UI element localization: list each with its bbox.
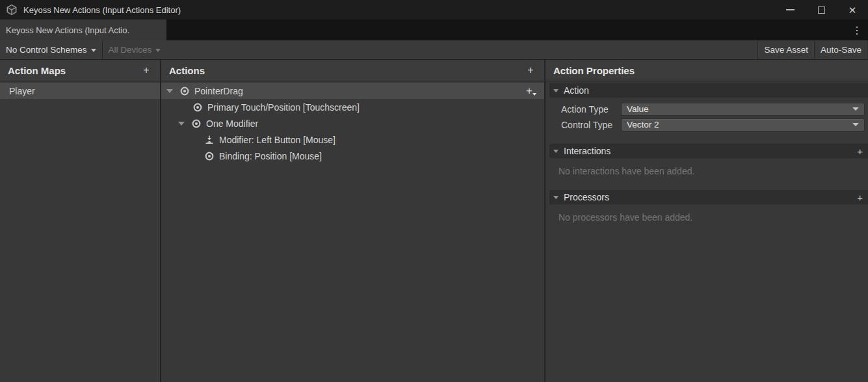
action-type-row: Action Type Value	[546, 102, 868, 116]
auto-save-label: Auto-Save	[821, 45, 861, 55]
window-title: Keyoss New Actions (Input Actions Editor…	[23, 5, 181, 15]
add-action-button[interactable]: +	[523, 64, 538, 76]
action-type-dropdown[interactable]: Value	[621, 103, 865, 116]
action-maps-header: Action Maps +	[0, 60, 160, 81]
control-schemes-label: No Control Schemes	[6, 45, 87, 55]
action-maps-title: Action Maps	[8, 65, 66, 76]
tree-row-pointerdrag[interactable]: PointerDrag +	[161, 83, 544, 99]
add-action-map-button[interactable]: +	[139, 64, 153, 76]
tree-row-modifier[interactable]: Modifier: Left Button [Mouse]	[161, 131, 544, 148]
tree-row-primary-touch[interactable]: Primary Touch/Position [Touchscreen]	[161, 99, 544, 115]
dropdown-arrow-icon	[852, 107, 859, 111]
action-properties-header: Action Properties	[546, 60, 868, 81]
pane-menu-button[interactable]: ⋮	[846, 20, 868, 40]
processors-section-foldout[interactable]: Processors +	[549, 190, 868, 204]
action-properties-body: Action Action Type Value Control Type Ve…	[546, 81, 868, 223]
dropdown-arrow-icon	[852, 123, 859, 126]
action-properties-title: Action Properties	[553, 65, 635, 76]
save-asset-button[interactable]: Save Asset	[758, 40, 814, 59]
chevron-down-icon	[155, 49, 161, 52]
control-schemes-dropdown[interactable]: No Control Schemes	[0, 40, 102, 59]
minimize-button[interactable]	[774, 0, 806, 20]
action-circle-icon	[191, 118, 202, 129]
auto-save-button[interactable]: Auto-Save	[815, 40, 867, 59]
tab-label: Keyoss New Actions (Input Actio.	[6, 25, 129, 35]
expander-down-icon[interactable]	[166, 89, 173, 93]
devices-dropdown[interactable]: All Devices	[103, 40, 167, 59]
control-type-value: Vector 2	[627, 120, 659, 130]
control-type-row: Control Type Vector 2	[546, 118, 868, 131]
action-map-label: Player	[9, 86, 35, 96]
maximize-icon	[818, 7, 825, 14]
action-maps-list: Player	[0, 81, 160, 99]
actions-panel: Actions + PointerDrag + Primary Touch/Po…	[161, 60, 546, 382]
kebab-icon: ⋮	[852, 24, 862, 36]
action-properties-panel: Action Properties Action Action Type Val…	[546, 60, 868, 382]
add-binding-button[interactable]: +	[526, 85, 536, 96]
expander-down-icon[interactable]	[178, 122, 185, 126]
unity-logo-icon	[6, 4, 18, 16]
save-asset-label: Save Asset	[764, 45, 808, 55]
tree-row-label: One Modifier	[206, 118, 258, 129]
action-maps-panel: Action Maps + Player	[0, 60, 161, 382]
action-circle-icon	[204, 151, 215, 161]
tree-row-one-modifier[interactable]: One Modifier	[161, 115, 544, 131]
control-type-label: Control Type	[546, 120, 621, 130]
expander-down-icon[interactable]	[553, 89, 559, 92]
tree-row-label: Primary Touch/Position [Touchscreen]	[207, 102, 360, 113]
minimize-icon	[786, 9, 795, 10]
action-section-title: Action	[564, 85, 589, 96]
interactions-empty-text: No interactions have been added.	[559, 166, 868, 176]
action-type-label: Action Type	[546, 104, 621, 115]
add-interaction-button[interactable]: +	[857, 146, 863, 157]
maximize-button[interactable]	[806, 0, 837, 20]
action-circle-icon	[179, 86, 190, 96]
tab-input-actions-editor[interactable]: Keyoss New Actions (Input Actio.	[0, 20, 166, 40]
devices-label: All Devices	[109, 45, 152, 55]
add-processor-button[interactable]: +	[857, 192, 863, 203]
toolbar: No Control Schemes All Devices Save Asse…	[0, 40, 868, 60]
chevron-down-icon	[91, 49, 96, 52]
actions-tree: PointerDrag + Primary Touch/Position [To…	[161, 81, 544, 164]
close-icon: ✕	[848, 5, 857, 15]
interactions-section-foldout[interactable]: Interactions +	[549, 144, 868, 158]
window-controls: ✕	[774, 0, 868, 20]
action-section-foldout[interactable]: Action	[549, 83, 868, 98]
actions-title: Actions	[169, 65, 205, 76]
control-type-dropdown[interactable]: Vector 2	[621, 118, 865, 131]
expander-down-icon[interactable]	[553, 150, 559, 153]
tab-strip-spacer	[166, 20, 846, 40]
tree-row-label: Modifier: Left Button [Mouse]	[219, 135, 335, 145]
processors-empty-text: No processors have been added.	[559, 212, 868, 223]
tree-row-binding[interactable]: Binding: Position [Mouse]	[161, 148, 544, 164]
button-press-icon	[204, 135, 215, 145]
expander-down-icon[interactable]	[553, 196, 559, 199]
processors-section-title: Processors	[564, 192, 609, 202]
close-button[interactable]: ✕	[837, 0, 868, 20]
actions-header: Actions +	[161, 60, 544, 81]
tree-row-label: PointerDrag	[194, 86, 243, 96]
titlebar: Keyoss New Actions (Input Actions Editor…	[0, 0, 868, 20]
list-item-player[interactable]: Player	[0, 83, 160, 99]
action-circle-icon	[192, 102, 203, 113]
action-type-value: Value	[627, 104, 649, 114]
tree-row-label: Binding: Position [Mouse]	[219, 151, 322, 161]
tab-strip: Keyoss New Actions (Input Actio. ⋮	[0, 20, 868, 40]
toolbar-spacer	[166, 40, 757, 59]
editor-main: Action Maps + Player Actions + PointerDr…	[0, 60, 868, 382]
action-section-fields: Action Type Value Control Type Vector 2	[546, 102, 868, 131]
interactions-section-title: Interactions	[564, 146, 611, 156]
